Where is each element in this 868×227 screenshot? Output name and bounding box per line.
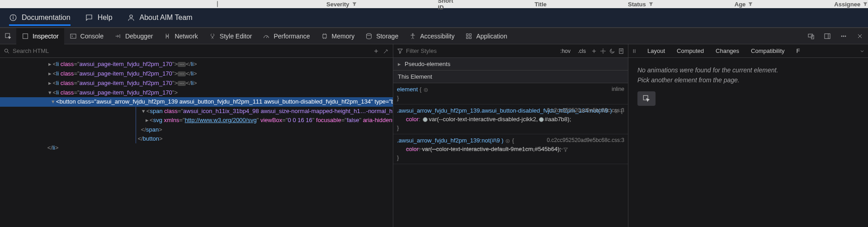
add-node-button[interactable] <box>373 48 379 54</box>
picker-icon <box>642 95 651 103</box>
dom-line-span-open[interactable]: ▾<span class="awsui_icon_h11ix_31bp4_98 … <box>136 107 393 116</box>
tab-acc-label: Accessibility <box>420 33 454 40</box>
tab-console-label: Console <box>80 33 104 40</box>
tab-debugger[interactable]: Debugger <box>109 28 159 44</box>
col-short-id[interactable]: Short ID <box>438 0 453 11</box>
tab-inspector-label: Inspector <box>33 33 59 40</box>
svg-point-47 <box>507 140 508 141</box>
svg-rect-5 <box>23 33 28 38</box>
rule-2-source[interactable]: 0.c2cc952520ad9e5bc68c.css:3 <box>547 136 624 145</box>
rule-2[interactable]: 0.c2cc952520ad9e5bc68c.css:3 .awsui_arro… <box>393 134 628 164</box>
svg-point-13 <box>367 33 372 35</box>
search-icon <box>4 48 10 54</box>
inline-rule[interactable]: inline element { } <box>393 83 628 104</box>
tab-application[interactable]: Application <box>460 28 513 44</box>
svg-point-23 <box>841 36 842 37</box>
close-button[interactable] <box>852 28 868 44</box>
svg-rect-18 <box>470 37 472 38</box>
dom-line-li-3[interactable]: ▸<li class="awsui_page-item_fvjdu_hf2pm_… <box>0 79 393 88</box>
dom-line-button-close[interactable]: </button> <box>136 134 393 143</box>
svg-point-24 <box>843 36 844 37</box>
svg-rect-16 <box>470 33 472 35</box>
tab-compatibility[interactable]: Compatibility <box>749 47 786 54</box>
eyedropper-button[interactable] <box>383 48 389 54</box>
dom-line-li-4[interactable]: ▾<li class="awsui_page-item_fvjdu_hf2pm_… <box>0 88 393 97</box>
application-icon <box>465 33 472 40</box>
animations-message-1: No animations were found for the current… <box>637 65 859 75</box>
more-button[interactable] <box>835 28 852 44</box>
inline-source: inline <box>612 85 624 94</box>
cls-toggle[interactable]: .cls <box>576 47 588 55</box>
tab-memory[interactable]: Memory <box>316 28 360 44</box>
svg-rect-6 <box>71 34 76 38</box>
app-top-menu: Documentation Help About AIM Team <box>0 8 868 28</box>
tab-network[interactable]: Network <box>158 28 203 44</box>
dom-line-li-2[interactable]: ▸<li class="awsui_page-item_fvjdu_hf2pm_… <box>0 69 393 79</box>
accessibility-icon <box>409 33 416 40</box>
animations-message-2: Pick another element from the page. <box>637 75 859 85</box>
tab-performance[interactable]: Performance <box>257 28 315 44</box>
html-search-input[interactable] <box>13 47 370 54</box>
user-icon <box>127 14 135 22</box>
html-search-bar <box>0 44 393 58</box>
menu-help-label: Help <box>98 14 113 22</box>
pause-icon[interactable] <box>631 48 637 54</box>
col-assignee[interactable]: Assignee <box>834 1 868 8</box>
dom-line-button-open[interactable]: ▾<button class="awsui_arrow_fvjdu_hf2pm_… <box>0 97 393 107</box>
svg-point-34 <box>602 50 604 52</box>
rules-pane: :hov .cls ▸Pseudo-elements This Element … <box>393 44 628 227</box>
color-swatch-icon[interactable] <box>423 117 428 122</box>
filter-styles-input[interactable] <box>406 47 555 54</box>
highlight-target-icon[interactable] <box>423 87 429 93</box>
highlight-target-icon[interactable] <box>505 138 510 144</box>
pick-element-for-animation-button[interactable] <box>637 91 656 106</box>
hov-toggle[interactable]: :hov <box>558 47 573 55</box>
pick-element-button[interactable] <box>0 28 16 44</box>
tab-changes[interactable]: Changes <box>714 47 741 54</box>
tab-style-editor[interactable]: Style Editor <box>203 28 258 44</box>
tab-style-label: Style Editor <box>220 33 252 40</box>
rule-1-source[interactable]: 0.c2cc952520ad9e5bc68c.css:3 <box>547 106 624 115</box>
dom-tree[interactable]: ▸<li class="awsui_page-item_fvjdu_hf2pm_… <box>0 58 393 227</box>
dom-line-svg[interactable]: ▸<svg xmlns="http://www.w3.org/2000/svg"… <box>136 116 393 125</box>
tab-computed[interactable]: Computed <box>675 47 706 54</box>
markup-view-pane: ▸<li class="awsui_page-item_fvjdu_hf2pm_… <box>0 44 393 227</box>
styles-filter-bar: :hov .cls <box>393 44 628 58</box>
devtools-toolbar: Inspector Console Debugger Network Style… <box>0 28 868 44</box>
console-icon <box>70 33 77 40</box>
tab-accessibility[interactable]: Accessibility <box>404 28 460 44</box>
dom-line-li-1[interactable]: ▸<li class="awsui_page-item_fvjdu_hf2pm_… <box>0 60 393 69</box>
menu-about[interactable]: About AIM Team <box>127 14 193 22</box>
background-app-columns: Severity Short ID Title Status Age Assig… <box>0 0 868 8</box>
svg-point-43 <box>425 89 426 90</box>
responsive-mode-button[interactable] <box>803 28 819 44</box>
light-theme-button[interactable] <box>600 48 606 54</box>
tab-console[interactable]: Console <box>64 28 109 44</box>
chevron-down-icon[interactable] <box>859 48 865 54</box>
col-status[interactable]: Status <box>628 1 653 8</box>
print-media-button[interactable] <box>618 48 624 54</box>
rule-1[interactable]: 0.c2cc952520ad9e5bc68c.css:3 .awsui_arro… <box>393 104 628 134</box>
tab-storage[interactable]: Storage <box>360 28 404 44</box>
tab-inspector[interactable]: Inspector <box>16 28 64 44</box>
svg-point-25 <box>845 36 846 37</box>
dock-side-button[interactable] <box>819 28 835 44</box>
tab-debugger-label: Debugger <box>125 33 153 40</box>
filter-overridden-icon[interactable] <box>563 147 568 152</box>
add-rule-button[interactable] <box>591 48 597 54</box>
dom-line-span-close[interactable]: </span> <box>136 125 393 134</box>
col-title[interactable]: Title <box>535 1 547 8</box>
dom-line-li-close[interactable]: </li> <box>0 143 393 152</box>
tab-network-label: Network <box>175 33 198 40</box>
pseudo-elements-header[interactable]: ▸Pseudo-elements <box>393 58 628 71</box>
tab-layout[interactable]: Layout <box>646 47 667 54</box>
col-severity[interactable]: Severity <box>326 1 357 8</box>
tab-more[interactable]: F <box>795 47 802 54</box>
menu-help[interactable]: Help <box>85 14 113 22</box>
info-circle-icon <box>9 14 17 22</box>
dark-theme-button[interactable] <box>609 48 615 54</box>
menu-documentation[interactable]: Documentation <box>9 14 71 26</box>
color-swatch-icon[interactable] <box>539 117 544 122</box>
svg-line-29 <box>8 52 9 53</box>
col-age[interactable]: Age <box>735 1 753 8</box>
